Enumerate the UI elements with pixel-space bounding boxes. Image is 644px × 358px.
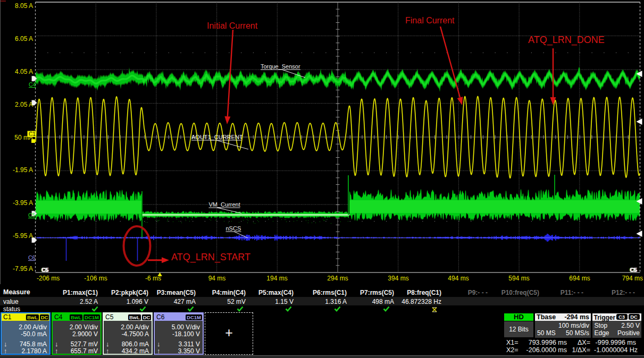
svg-text:194 ms: 194 ms xyxy=(266,275,287,282)
svg-text:AOUT1_CURRENT: AOUT1_CURRENT xyxy=(191,134,243,140)
svg-text:-7.95 A: -7.95 A xyxy=(13,265,33,272)
svg-text:594 ms: 594 ms xyxy=(508,275,529,282)
svg-text:6.05 A: 6.05 A xyxy=(15,35,33,42)
svg-text:94 ms: 94 ms xyxy=(208,275,226,282)
svg-text:4.05 A: 4.05 A xyxy=(15,68,33,75)
svg-text:-1.95 A: -1.95 A xyxy=(13,166,33,174)
svg-text:VM_Current: VM_Current xyxy=(209,201,240,208)
svg-text:394 ms: 394 ms xyxy=(388,275,408,282)
svg-text:C4: C4 xyxy=(29,81,36,88)
svg-text:nSCS: nSCS xyxy=(226,225,241,232)
svg-text:-106 ms: -106 ms xyxy=(84,275,107,282)
svg-text:C6: C6 xyxy=(41,267,48,273)
svg-text:794 ms: 794 ms xyxy=(622,275,643,282)
svg-text:-206 ms: -206 ms xyxy=(37,275,60,282)
svg-text:C5: C5 xyxy=(28,212,36,218)
svg-text:Final Current: Final Current xyxy=(405,16,455,25)
svg-text:50 mA: 50 mA xyxy=(14,134,33,141)
svg-text:2.05 A: 2.05 A xyxy=(15,101,33,108)
svg-text:494 ms: 494 ms xyxy=(448,275,469,282)
svg-text:Torque_Sensor: Torque_Sensor xyxy=(261,63,300,70)
svg-text:ATQ_LRN_DONE: ATQ_LRN_DONE xyxy=(528,35,605,46)
svg-text:-3.95 A: -3.95 A xyxy=(13,199,33,207)
svg-text:C6: C6 xyxy=(28,254,36,261)
svg-text:-5.95 A: -5.95 A xyxy=(13,232,33,240)
svg-text:694 ms: 694 ms xyxy=(569,275,590,282)
svg-text:ATQ_LRN_START: ATQ_LRN_START xyxy=(171,252,250,263)
svg-text:Initial Current: Initial Current xyxy=(207,21,258,30)
svg-text:8.05 A: 8.05 A xyxy=(15,2,33,10)
svg-text:294 ms: 294 ms xyxy=(327,275,348,282)
svg-text:C6: C6 xyxy=(630,267,637,273)
